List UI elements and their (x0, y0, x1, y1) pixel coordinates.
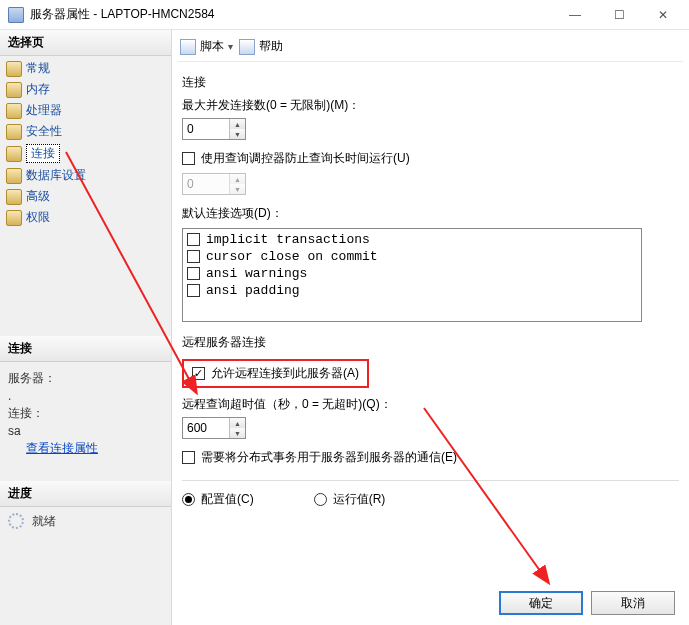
opt-item[interactable]: implicit transactions (185, 231, 639, 248)
help-button[interactable]: 帮助 (239, 38, 283, 55)
default-opts-label: 默认连接选项(D)： (182, 205, 679, 222)
progress-icon (8, 513, 24, 529)
opt-item[interactable]: ansi padding (185, 282, 639, 299)
app-icon (8, 7, 24, 23)
sidebar-item-advanced[interactable]: 高级 (0, 186, 171, 207)
ok-button[interactable]: 确定 (499, 591, 583, 615)
script-dropdown[interactable]: 脚本▾ (180, 38, 233, 55)
spinner-buttons[interactable]: ▲▼ (229, 119, 245, 139)
opt-item[interactable]: ansi warnings (185, 265, 639, 282)
page-icon (6, 82, 22, 98)
distributed-row: 需要将分布式事务用于服务器到服务器的通信(E) (182, 449, 679, 466)
sidebar-item-general[interactable]: 常规 (0, 58, 171, 79)
allow-remote-highlight: 允许远程连接到此服务器(A) (182, 359, 369, 388)
conn-value: sa (8, 424, 163, 438)
sidebar-item-connections[interactable]: 连接 (0, 142, 171, 165)
opt-checkbox[interactable] (187, 267, 200, 280)
running-radio[interactable]: 运行值(R) (314, 491, 386, 508)
progress-body: 就绪 (0, 507, 171, 625)
page-list: 常规 内存 处理器 安全性 连接 数据库设置 高级 权限 (0, 56, 171, 230)
script-icon (180, 39, 196, 55)
governor-checkbox[interactable] (182, 152, 195, 165)
opt-checkbox[interactable] (187, 233, 200, 246)
dialog-body: 选择页 常规 内存 处理器 安全性 连接 数据库设置 高级 权限 连接 服务器：… (0, 30, 689, 625)
view-conn-props-link[interactable]: 查看连接属性 (26, 441, 98, 455)
toolbar: 脚本▾ 帮助 (178, 36, 683, 62)
spinner-buttons[interactable]: ▲▼ (229, 418, 245, 438)
server-label: 服务器： (8, 370, 163, 387)
window-title: 服务器属性 - LAPTOP-HMCN2584 (30, 6, 553, 23)
ready-label: 就绪 (32, 514, 56, 528)
remote-section-label: 远程服务器连接 (182, 334, 679, 351)
remote-timeout-spinner[interactable]: ▲▼ (182, 417, 246, 439)
distributed-label: 需要将分布式事务用于服务器到服务器的通信(E) (201, 449, 457, 466)
allow-remote-label: 允许远程连接到此服务器(A) (211, 365, 359, 382)
page-icon (6, 189, 22, 205)
select-page-header: 选择页 (0, 30, 171, 56)
close-button[interactable]: ✕ (641, 1, 685, 29)
sidebar-item-security[interactable]: 安全性 (0, 121, 171, 142)
connection-header: 连接 (0, 336, 171, 362)
connections-section-label: 连接 (182, 74, 679, 91)
max-concurrent-input[interactable] (183, 120, 229, 138)
page-icon (6, 146, 22, 162)
governor-spinner: ▲▼ (182, 173, 246, 195)
progress-header: 进度 (0, 481, 171, 507)
distributed-checkbox[interactable] (182, 451, 195, 464)
opt-item[interactable]: cursor close on commit (185, 248, 639, 265)
sidebar-item-db-settings[interactable]: 数据库设置 (0, 165, 171, 186)
settings-content: 连接 最大并发连接数(0 = 无限制)(M)： ▲▼ 使用查询调控器防止查询长时… (178, 62, 683, 574)
max-concurrent-label: 最大并发连接数(0 = 无限制)(M)： (182, 97, 679, 114)
button-bar: 确定 取消 (499, 591, 675, 615)
configured-radio[interactable]: 配置值(C) (182, 491, 254, 508)
radio-row: 配置值(C) 运行值(R) (182, 491, 679, 508)
minimize-button[interactable]: — (553, 1, 597, 29)
conn-label: 连接： (8, 405, 163, 422)
sidebar-item-processors[interactable]: 处理器 (0, 100, 171, 121)
content-panel: 脚本▾ 帮助 连接 最大并发连接数(0 = 无限制)(M)： ▲▼ 使用查询调控… (172, 30, 689, 625)
max-concurrent-spinner[interactable]: ▲▼ (182, 118, 246, 140)
server-value: . (8, 389, 163, 403)
page-icon (6, 61, 22, 77)
governor-input (183, 175, 229, 193)
remote-timeout-label: 远程查询超时值（秒，0 = 无超时)(Q)： (182, 396, 679, 413)
allow-remote-checkbox[interactable] (192, 367, 205, 380)
page-icon (6, 210, 22, 226)
opt-checkbox[interactable] (187, 284, 200, 297)
left-panel: 选择页 常规 内存 处理器 安全性 连接 数据库设置 高级 权限 连接 服务器：… (0, 30, 172, 625)
default-opts-listbox[interactable]: implicit transactions cursor close on co… (182, 228, 642, 322)
help-icon (239, 39, 255, 55)
titlebar: 服务器属性 - LAPTOP-HMCN2584 — ☐ ✕ (0, 0, 689, 30)
governor-row: 使用查询调控器防止查询长时间运行(U) (182, 150, 679, 167)
sidebar-item-memory[interactable]: 内存 (0, 79, 171, 100)
chevron-down-icon: ▾ (228, 41, 233, 52)
opt-checkbox[interactable] (187, 250, 200, 263)
connection-info: 服务器： . 连接： sa 查看连接属性 (0, 362, 171, 480)
remote-timeout-input[interactable] (183, 419, 229, 437)
governor-label: 使用查询调控器防止查询长时间运行(U) (201, 150, 410, 167)
page-icon (6, 124, 22, 140)
cancel-button[interactable]: 取消 (591, 591, 675, 615)
sidebar-item-permissions[interactable]: 权限 (0, 207, 171, 228)
page-icon (6, 168, 22, 184)
maximize-button[interactable]: ☐ (597, 1, 641, 29)
page-icon (6, 103, 22, 119)
